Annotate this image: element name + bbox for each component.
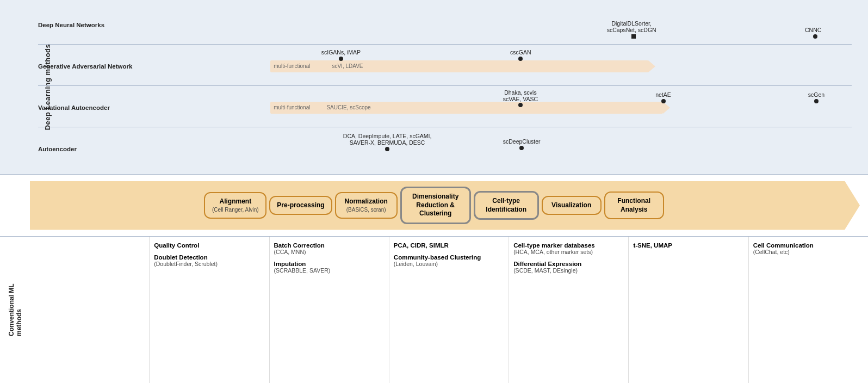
cml-qc-title: Quality Control xyxy=(154,242,264,249)
cml-label: Conventional MLmethods xyxy=(0,237,30,383)
gan-band: multi-functional scVI, LDAVE xyxy=(270,60,648,72)
pipeline-boxes: Alignment (Cell Ranger, Alvin) Pre-proce… xyxy=(188,187,680,224)
conventional-ml-section: Conventional MLmethods Quality Control D… xyxy=(0,237,868,383)
dnn-dot2-label: CNNC xyxy=(805,27,821,33)
cml-doublet-title: Doublet Detection xyxy=(154,254,264,261)
dnn-chart: DigitalDLSorter,scCapsNet, scDGN CNNC xyxy=(125,5,852,44)
vae-dot2: netAE xyxy=(655,91,671,103)
pipeline-box-celltype: Cell-typeIdentification xyxy=(474,191,539,220)
cml-col-5: t-SNE, UMAP xyxy=(629,237,748,383)
cml-community-title: Community-based Clustering xyxy=(394,254,504,261)
cml-item-imputation: Imputation (SCRABBLE, SAVER) xyxy=(274,261,385,274)
pipeline-box-alignment: Alignment (Cell Ranger, Alvin) xyxy=(204,192,266,219)
pipeline-section: Alignment (Cell Ranger, Alvin) Pre-proce… xyxy=(0,174,868,237)
dl-row-dnn: Deep Neural Networks DigitalDLSorter,scC… xyxy=(38,5,852,45)
pipeline-box-preprocessing-label: Pre-processing xyxy=(277,201,324,210)
cml-item-tsne: t-SNE, UMAP xyxy=(633,242,743,249)
cml-columns: Quality Control Doublet Detection (Doubl… xyxy=(30,237,868,383)
gan-band-left: multi-functional xyxy=(270,63,310,69)
pipeline-box-norm-sub: (BASiCS, scran) xyxy=(343,206,390,213)
cml-item-doublet: Doublet Detection (DoubletFinder, Scrubl… xyxy=(154,254,264,267)
pipeline-box-alignment-label: Alignment xyxy=(212,197,259,206)
gan-dot1: scIGANs, iMAP xyxy=(321,49,361,61)
ae-dot1: DCA, DeepImpute, LATE, scGAMI,SAVER-X, B… xyxy=(343,133,432,151)
cml-diffexp-sub: (SCDE, MAST, DEsingle) xyxy=(513,267,624,274)
cml-imputation-sub: (SCRABBLE, SAVER) xyxy=(274,267,385,274)
vae-dot1-label: Dhaka, scvisscVAE, VASC xyxy=(503,89,538,102)
cml-pca-title: PCA, CIDR, SIMLR xyxy=(394,242,504,249)
pipeline-box-norm: Normalization (BASiCS, scran) xyxy=(335,192,398,219)
vae-dot2-label: netAE xyxy=(655,91,671,98)
pipeline-box-functional-label: FunctionalAnalysis xyxy=(612,197,656,214)
cml-item-diffexp: Differential Expression (SCDE, MAST, DEs… xyxy=(513,261,624,274)
cml-item-community: Community-based Clustering (Leiden, Louv… xyxy=(394,254,504,267)
cml-doublet-sub: (DoubletFinder, Scrublet) xyxy=(154,261,264,267)
vae-band: multi-functional SAUCIE, scScope xyxy=(270,102,662,114)
dnn-dot2-circle xyxy=(813,34,817,39)
cml-col-1: Quality Control Doublet Detection (Doubl… xyxy=(150,237,269,383)
ae-dot2-label: scDeepCluster xyxy=(503,138,541,145)
dnn-label: Deep Neural Networks xyxy=(38,22,104,28)
ae-dot1-label: DCA, DeepImpute, LATE, scGAMI,SAVER-X, B… xyxy=(343,133,432,146)
cml-col-6: Cell Communication (CellChat, etc) xyxy=(749,237,868,383)
vae-band-left: multi-functional xyxy=(270,104,310,110)
cml-col-4: Cell-type marker databases (HCA, MCA, ot… xyxy=(509,237,629,383)
deep-learning-section: Deep Learning methods Deep Neural Networ… xyxy=(0,0,868,174)
vae-dot3: scGen xyxy=(808,91,824,103)
gan-dot1-circle xyxy=(339,57,343,61)
pipeline-box-functional: FunctionalAnalysis xyxy=(604,192,664,219)
vae-dot1-circle xyxy=(518,103,523,107)
gan-label: Generative Adversarial Network xyxy=(38,63,132,70)
vae-chart: multi-functional SAUCIE, scScope Dhaka, … xyxy=(125,88,852,127)
dl-row-ae: Autoencoder DCA, DeepImpute, LATE, scGAM… xyxy=(38,129,852,169)
cml-community-sub: (Leiden, Louvain) xyxy=(394,261,504,267)
cml-col-3: PCA, CIDR, SIMLR Community-based Cluster… xyxy=(389,237,509,383)
dnn-dot1-label: DigitalDLSorter,scCapsNet, scDGN xyxy=(607,20,656,33)
dl-row-gan: Generative Adversarial Network multi-fun… xyxy=(38,47,852,86)
pipeline-box-preprocessing: Pre-processing xyxy=(269,196,332,215)
cml-tsne-title: t-SNE, UMAP xyxy=(633,242,743,249)
dl-row-vae: Variational Autoencoder multi-functional… xyxy=(38,88,852,127)
cml-item-pca: PCA, CIDR, SIMLR xyxy=(394,242,504,249)
cml-marker-title: Cell-type marker databases xyxy=(513,242,624,249)
dnn-dot1-circle xyxy=(631,34,636,39)
cml-diffexp-title: Differential Expression xyxy=(513,261,624,267)
gan-dot2-label: cscGAN xyxy=(510,49,531,55)
ae-dot2-circle xyxy=(519,146,524,150)
cml-item-cellcomm: Cell Communication (CellChat, etc) xyxy=(753,242,864,255)
gan-chart: multi-functional scVI, LDAVE scIGANs, iM… xyxy=(125,47,852,85)
cml-batch-title: Batch Correction xyxy=(274,242,385,249)
vae-dot1: Dhaka, scvisscVAE, VASC xyxy=(503,89,538,107)
dl-rows: Deep Neural Networks DigitalDLSorter,scC… xyxy=(33,0,868,174)
ae-chart: DCA, DeepImpute, LATE, scGAMI,SAVER-X, B… xyxy=(125,129,852,169)
ae-label: Autoencoder xyxy=(38,146,77,152)
gan-band-right: scVI, LDAVE xyxy=(332,63,363,69)
gan-dot2-circle xyxy=(518,57,523,61)
pipeline-box-viz-label: Visualization xyxy=(549,201,594,210)
dnn-dot2: CNNC xyxy=(813,18,817,39)
cml-col-2: Batch Correction (CCA, MNN) Imputation (… xyxy=(270,237,389,383)
dnn-dot1: DigitalDLSorter,scCapsNet, scDGN xyxy=(631,18,636,39)
vae-dot3-label: scGen xyxy=(808,91,824,98)
gan-dot2: cscGAN xyxy=(510,49,531,61)
ae-dot1-circle xyxy=(385,147,389,151)
vae-label: Variational Autoencoder xyxy=(38,104,110,111)
vae-dot2-circle xyxy=(661,99,666,103)
vae-band-right: SAUCIE, scScope xyxy=(326,104,370,110)
pipeline-box-dimred-label: DimensionalityReduction &Clustering xyxy=(408,193,463,218)
cml-marker-sub: (HCA, MCA, other marker sets) xyxy=(513,249,624,255)
cml-cellcomm-title: Cell Communication xyxy=(753,242,864,249)
cml-item-batch: Batch Correction (CCA, MNN) xyxy=(274,242,385,255)
vae-dot3-circle xyxy=(814,99,819,103)
cml-cellcomm-sub: (CellChat, etc) xyxy=(753,249,864,255)
main-container: Deep Learning methods Deep Neural Networ… xyxy=(0,0,868,383)
cml-imputation-title: Imputation xyxy=(274,261,385,267)
gan-band-arrow xyxy=(648,60,655,72)
pipeline-box-alignment-sub: (Cell Ranger, Alvin) xyxy=(212,206,259,213)
cml-item-marker: Cell-type marker databases (HCA, MCA, ot… xyxy=(513,242,624,255)
cml-col-0 xyxy=(30,237,150,383)
pipeline-box-dimred: DimensionalityReduction &Clustering xyxy=(400,187,471,224)
gan-dot1-label: scIGANs, iMAP xyxy=(321,49,361,55)
pipeline-box-viz: Visualization xyxy=(542,196,602,215)
pipeline-box-norm-label: Normalization xyxy=(343,197,390,206)
